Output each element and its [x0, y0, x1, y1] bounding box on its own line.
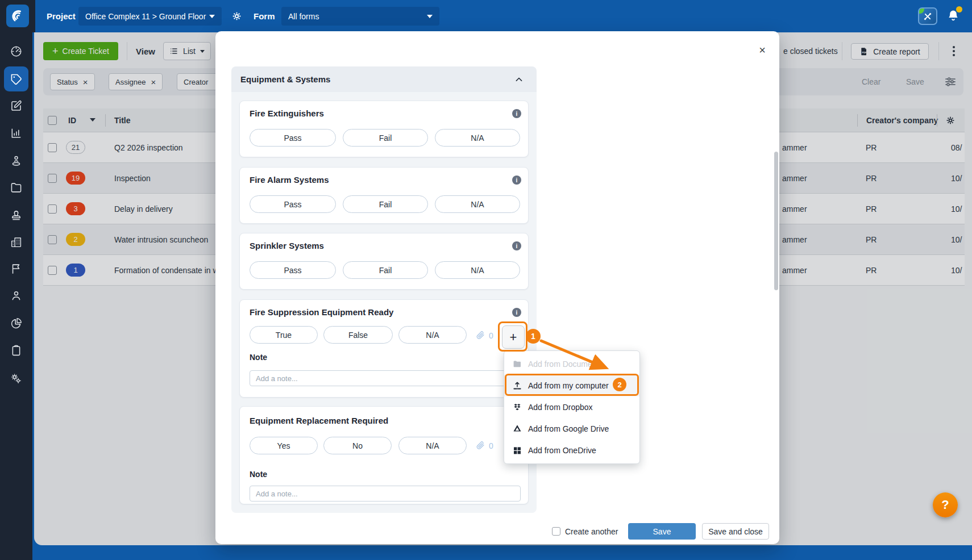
menu-item-add-from-dropbox[interactable]: Add from Dropbox	[504, 396, 639, 418]
menu-item-label: Add from OneDrive	[528, 446, 596, 455]
logo-swirl-icon	[9, 7, 26, 24]
sidebar-item-settings[interactable]	[10, 372, 23, 385]
menu-item-label: Add from Google Drive	[528, 424, 609, 433]
field-label: Fire Extinguishers	[250, 108, 324, 118]
option-false[interactable]: False	[323, 326, 393, 344]
project-settings-button[interactable]	[231, 0, 243, 32]
option-na[interactable]: N/A	[435, 195, 520, 213]
top-bar: Project Office Complex 11 > Ground Floor…	[0, 0, 972, 32]
info-icon[interactable]: i	[512, 109, 521, 118]
help-button[interactable]: ?	[933, 492, 958, 517]
sidebar-item-people-location[interactable]	[10, 154, 23, 167]
annotation-step-2: 2	[613, 378, 626, 391]
paperclip-icon	[475, 330, 485, 340]
option-no[interactable]: No	[323, 437, 392, 454]
field-card-fire-suppression: Fire Suppression Equipment Ready i True …	[239, 299, 529, 398]
folder-icon	[10, 181, 23, 194]
option-na[interactable]: N/A	[398, 326, 467, 344]
menu-item-add-from-google-drive[interactable]: Add from Google Drive	[504, 418, 639, 440]
note-input[interactable]	[250, 370, 521, 386]
save-and-close-button[interactable]: Save and close	[702, 523, 769, 540]
sidebar-item-companies[interactable]	[10, 236, 23, 249]
dashboard-gauge-icon	[10, 45, 23, 58]
create-another-label: Create another	[565, 523, 618, 540]
create-ticket-modal: × Equipment & Systems Fire Extinguishers…	[215, 31, 779, 544]
info-icon[interactable]: i	[512, 175, 521, 185]
menu-item-label: Add from my computer	[528, 381, 609, 390]
save-button[interactable]: Save	[628, 523, 696, 540]
menu-item-add-from-onedrive[interactable]: Add from OneDrive	[504, 440, 639, 461]
sidebar-item-analytics[interactable]	[10, 317, 23, 330]
info-icon[interactable]: i	[512, 308, 521, 317]
pie-chart-icon	[10, 317, 23, 330]
google-drive-icon	[512, 424, 522, 434]
note-input[interactable]	[250, 486, 521, 502]
project-selector[interactable]: Office Complex 11 > Ground Floor	[78, 7, 222, 26]
app-logo[interactable]	[6, 5, 29, 27]
modal-scrollbar[interactable]	[774, 152, 778, 290]
field-label: Fire Alarm Systems	[250, 175, 329, 185]
option-pass[interactable]: Pass	[250, 195, 336, 213]
sidebar-item-tags[interactable]	[10, 73, 23, 86]
chart-icon	[10, 127, 23, 140]
chevron-down-icon	[427, 15, 433, 18]
field-card-equipment-replacement: Equipment Replacement Required i Yes No …	[239, 406, 529, 504]
note-label: Note	[250, 353, 267, 362]
app-x-icon	[923, 11, 933, 22]
annotation-arrow	[534, 335, 620, 378]
sidebar-item-tasks[interactable]	[10, 344, 23, 357]
form-label: Form	[254, 0, 275, 32]
field-label: Sprinkler Systems	[250, 241, 324, 250]
note-label: Note	[250, 470, 267, 479]
form-selector[interactable]: All forms	[281, 7, 439, 26]
gears-icon	[10, 372, 23, 385]
option-true[interactable]: True	[250, 326, 318, 344]
add-attachment-button[interactable]: +	[502, 325, 525, 349]
section-title: Equipment & Systems	[240, 74, 330, 84]
create-another-checkbox[interactable]	[552, 527, 560, 536]
flag-icon	[10, 262, 23, 275]
option-na[interactable]: N/A	[398, 437, 467, 454]
form-section: Equipment & Systems Fire Extinguishers i…	[231, 66, 537, 513]
option-fail[interactable]: Fail	[343, 129, 428, 147]
section-header[interactable]: Equipment & Systems	[231, 66, 537, 92]
clipboard-icon	[10, 344, 23, 357]
modal-close-button[interactable]: ×	[755, 43, 770, 57]
dropbox-icon	[512, 402, 522, 412]
option-yes[interactable]: Yes	[250, 437, 318, 454]
field-label: Equipment Replacement Required	[250, 416, 388, 425]
info-icon[interactable]: i	[512, 241, 521, 250]
windows-icon	[512, 445, 522, 455]
gear-icon	[231, 10, 243, 22]
chevron-down-icon	[209, 15, 215, 18]
sidebar-item-files[interactable]	[10, 181, 23, 194]
project-selector-value: Office Complex 11 > Ground Floor	[85, 12, 206, 21]
project-label: Project	[47, 0, 76, 32]
logo-area	[0, 0, 35, 32]
option-fail[interactable]: Fail	[343, 261, 428, 279]
option-na[interactable]: N/A	[435, 261, 520, 279]
form-selector-value: All forms	[288, 12, 319, 21]
stamp-icon	[10, 208, 23, 222]
folder-icon	[512, 359, 522, 369]
option-pass[interactable]: Pass	[250, 261, 336, 279]
menu-item-label: Add from Dropbox	[528, 403, 593, 412]
sidebar-item-reports[interactable]	[10, 127, 23, 140]
form-edit-icon	[10, 99, 23, 112]
buildings-icon	[10, 236, 23, 249]
field-card-fire-alarm-systems: Fire Alarm Systems i Pass Fail N/A	[239, 167, 529, 224]
sidebar-item-account[interactable]	[10, 289, 23, 302]
option-pass[interactable]: Pass	[250, 129, 336, 147]
field-label: Fire Suppression Equipment Ready	[250, 307, 393, 317]
option-na[interactable]: N/A	[435, 129, 520, 147]
chevron-up-icon[interactable]	[513, 74, 525, 85]
sidebar-item-flags[interactable]	[10, 262, 23, 275]
option-fail[interactable]: Fail	[343, 195, 428, 213]
sidebar-item-stamp[interactable]	[10, 208, 23, 222]
field-card-sprinkler-systems: Sprinkler Systems i Pass Fail N/A	[239, 233, 529, 290]
apps-switcher-button[interactable]	[918, 7, 937, 25]
sidebar-item-dashboard[interactable]	[10, 45, 23, 58]
tag-icon	[10, 73, 23, 86]
field-card-fire-extinguishers: Fire Extinguishers i Pass Fail N/A	[239, 101, 529, 157]
sidebar-item-forms[interactable]	[10, 99, 23, 112]
